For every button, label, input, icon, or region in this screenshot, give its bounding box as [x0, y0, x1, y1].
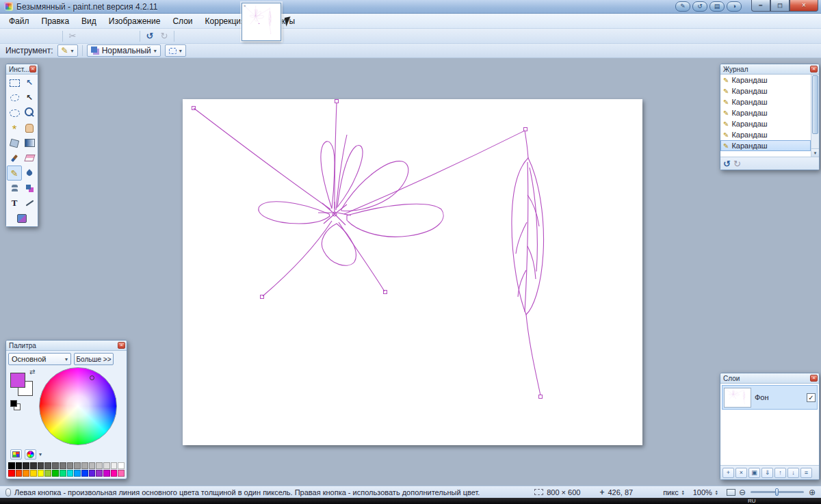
color-swatch[interactable]	[23, 470, 29, 477]
color-wheel-marker[interactable]	[90, 375, 94, 380]
color-swatch[interactable]	[8, 462, 15, 469]
menu-item[interactable]: Изображение	[103, 14, 167, 28]
deselect-button[interactable]	[123, 29, 137, 43]
scroll-down-button[interactable]: ▾	[811, 148, 819, 157]
color-swatch[interactable]	[89, 462, 96, 469]
color-swatch[interactable]	[67, 462, 74, 469]
color-swatch[interactable]	[74, 462, 81, 469]
toggle-tools-button[interactable]: ✎	[675, 1, 690, 12]
ellipse-select-tool[interactable]	[7, 105, 22, 120]
color-swatch[interactable]	[60, 462, 66, 469]
blend-mode-selector[interactable]: Нормальный ▾	[87, 44, 161, 57]
color-swatch[interactable]	[30, 470, 37, 477]
history-panel-titlebar[interactable]: Журнал ×	[720, 64, 819, 75]
menu-item[interactable]: Правка	[36, 14, 76, 28]
title-bar[interactable]: Безымянный - paint.net версия 4.2.11 ✎↺▤…	[0, 0, 821, 14]
color-swatch[interactable]	[44, 470, 51, 477]
move-selection-tool[interactable]	[22, 90, 37, 105]
color-swatch[interactable]	[118, 462, 125, 469]
layer-properties-button[interactable]: ≡	[800, 468, 812, 478]
clone-stamp-tool[interactable]	[7, 181, 22, 196]
history-redo-button[interactable]: ↻	[733, 159, 741, 169]
history-item[interactable]: ✎Карандаш	[720, 96, 811, 107]
layers-panel-titlebar[interactable]: Слои ×	[720, 373, 819, 384]
history-scrollbar[interactable]: ▾	[811, 75, 819, 157]
zoom-tool[interactable]	[22, 105, 37, 120]
color-wheel-button[interactable]	[25, 449, 36, 460]
color-swatch[interactable]	[103, 462, 110, 469]
language-indicator[interactable]: RU	[748, 498, 756, 504]
move-layer-up-button[interactable]: ↑	[774, 468, 786, 478]
toggle-colors-button[interactable]: ◑	[727, 1, 742, 12]
open-file-button[interactable]	[17, 29, 31, 43]
maximize-button[interactable]: □	[770, 0, 790, 12]
print-button[interactable]	[46, 29, 60, 43]
tool-selector[interactable]: ✎ ▾	[57, 44, 78, 57]
color-swatch[interactable]	[81, 470, 88, 477]
color-swatch[interactable]	[38, 470, 44, 477]
rulers-button[interactable]	[206, 29, 220, 43]
recolor-tool[interactable]	[22, 181, 37, 196]
eraser-tool[interactable]	[22, 150, 37, 165]
menu-item[interactable]: Файл	[3, 14, 36, 28]
duplicate-layer-button[interactable]: ▣	[748, 468, 760, 478]
palette-grid-button[interactable]	[10, 449, 22, 460]
color-swatch[interactable]	[8, 470, 15, 477]
history-item[interactable]: ✎Карандаш	[720, 85, 811, 96]
color-swatch[interactable]	[74, 470, 81, 477]
swap-colors-icon[interactable]: ⇄	[29, 368, 35, 375]
history-item[interactable]: ✎Карандаш	[720, 107, 811, 118]
close-history-panel-button[interactable]: ×	[810, 66, 818, 72]
zoom-to-window-button[interactable]	[727, 489, 735, 496]
color-wheel[interactable]	[39, 367, 117, 445]
delete-layer-button[interactable]: ×	[735, 468, 747, 478]
close-tools-panel-button[interactable]: ×	[29, 66, 36, 72]
color-swatch[interactable]	[16, 470, 23, 477]
colors-panel-titlebar[interactable]: Палитра ×	[6, 341, 127, 351]
color-swatch[interactable]	[44, 462, 51, 469]
color-swatch[interactable]	[60, 470, 66, 477]
primary-color-swatch[interactable]	[10, 373, 25, 388]
color-swatch[interactable]	[30, 462, 37, 469]
color-swatch[interactable]	[103, 470, 110, 477]
add-layer-button[interactable]: +	[722, 468, 734, 478]
menu-item[interactable]: Вид	[75, 14, 103, 28]
zoom-slider[interactable]	[751, 491, 804, 493]
move-layer-down-button[interactable]: ↓	[787, 468, 799, 478]
zoom-in-button[interactable]: ⊕	[809, 488, 816, 497]
crop-button[interactable]	[177, 29, 191, 43]
history-item[interactable]: ✎Карандаш	[720, 129, 811, 140]
layer-row[interactable]: Фон ✓	[722, 385, 818, 410]
color-swatch[interactable]	[52, 470, 59, 477]
palette-options-dropdown[interactable]: ▾	[39, 451, 42, 457]
merge-layer-down-button[interactable]: ⇓	[761, 468, 773, 478]
color-swatch[interactable]	[118, 470, 125, 477]
selection-mode-selector[interactable]: ▾	[165, 44, 186, 57]
color-swatch[interactable]	[23, 462, 29, 469]
magic-wand-tool[interactable]	[7, 120, 22, 135]
reset-colors-icon[interactable]	[10, 400, 21, 410]
cut-button[interactable]: ✂	[66, 29, 79, 43]
shapes-tool[interactable]	[7, 211, 37, 226]
gradient-tool[interactable]	[22, 135, 37, 150]
color-swatch[interactable]	[67, 470, 74, 477]
save-file-button[interactable]	[31, 29, 45, 43]
palette-mode-dropdown[interactable]: Основной ▾	[8, 353, 71, 365]
color-swatch[interactable]	[96, 470, 103, 477]
move-selected-pixels-tool[interactable]	[22, 75, 37, 90]
layer-visibility-checkbox[interactable]: ✓	[807, 393, 816, 402]
close-layers-panel-button[interactable]: ×	[810, 375, 818, 382]
pan-tool[interactable]	[22, 120, 37, 135]
color-swatch[interactable]	[111, 462, 118, 469]
rectangle-select-tool[interactable]	[7, 75, 22, 90]
image-tab[interactable]: *	[242, 3, 281, 41]
zoom-slider-thumb[interactable]	[775, 488, 779, 496]
tools-panel-titlebar[interactable]: Инст... ×	[6, 64, 38, 75]
history-item[interactable]: ✎Карандаш	[720, 75, 811, 85]
line-curve-tool[interactable]	[22, 196, 37, 211]
color-picker-tool[interactable]	[22, 165, 37, 181]
redo-button[interactable]: ↻	[157, 29, 171, 43]
history-undo-button[interactable]: ↺	[723, 159, 731, 169]
menu-item[interactable]: Слои	[166, 14, 198, 28]
color-swatch[interactable]	[16, 462, 23, 469]
